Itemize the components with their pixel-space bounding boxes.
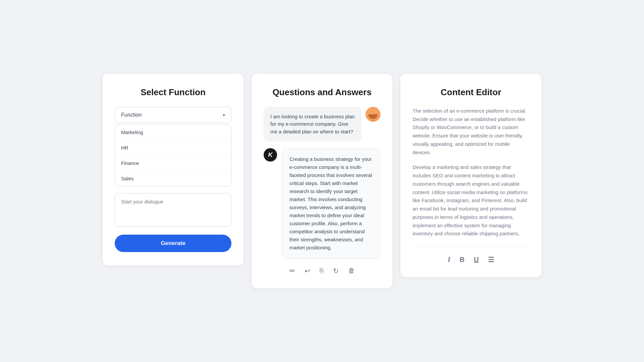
bot-message-bubble: Creating a business strategy for your e-… bbox=[282, 148, 380, 259]
avatar bbox=[366, 107, 380, 122]
user-message-row: I am looking to create a business plan f… bbox=[264, 107, 380, 142]
qa-title: Questions and Answers bbox=[264, 87, 380, 98]
user-message-bubble: I am looking to create a business plan f… bbox=[264, 107, 362, 142]
bold-icon[interactable]: B bbox=[460, 256, 464, 264]
main-container: Select Function Function ▾ Marketing HR … bbox=[0, 60, 644, 302]
function-select-wrapper: Function ▾ Marketing HR Finance Sales bbox=[115, 107, 231, 186]
select-function-title: Select Function bbox=[115, 87, 231, 98]
dropdown-item-hr[interactable]: HR bbox=[115, 140, 231, 156]
dropdown-item-finance[interactable]: Finance bbox=[115, 156, 231, 171]
select-function-card: Select Function Function ▾ Marketing HR … bbox=[103, 74, 244, 265]
dropdown-item-sales[interactable]: Sales bbox=[115, 171, 231, 186]
content-editor-card: Content Editor The selection of an e-com… bbox=[400, 74, 541, 277]
generate-button[interactable]: Generate bbox=[115, 235, 231, 252]
editor-toolbar: I B U ☰ bbox=[413, 247, 529, 264]
qa-card: Questions and Answers I am looking to cr… bbox=[252, 74, 392, 289]
user-avatar-face bbox=[366, 107, 380, 122]
dropdown-item-marketing[interactable]: Marketing bbox=[115, 125, 231, 140]
copy-icon[interactable]: ⎘ bbox=[320, 267, 324, 275]
delete-icon[interactable]: 🗑 bbox=[348, 267, 355, 275]
content-paragraph-1: The selection of an e-commerce platform … bbox=[413, 107, 529, 157]
italic-icon[interactable]: I bbox=[448, 256, 450, 264]
bot-avatar: K bbox=[264, 148, 277, 162]
content-paragraph-2: Develop a marketing and sales strategy t… bbox=[413, 163, 529, 238]
dialogue-textarea[interactable] bbox=[115, 193, 231, 227]
chevron-down-icon: ▾ bbox=[223, 112, 225, 118]
edit-icon[interactable]: ✏ bbox=[289, 267, 295, 275]
content-editor-title: Content Editor bbox=[413, 87, 529, 98]
bot-message-row: K Creating a business strategy for your … bbox=[264, 148, 380, 259]
list-icon[interactable]: ☰ bbox=[488, 256, 494, 264]
function-select-value: Function bbox=[121, 112, 142, 118]
function-dropdown: Marketing HR Finance Sales bbox=[115, 124, 231, 186]
function-select[interactable]: Function ▾ bbox=[115, 107, 231, 123]
action-bar: ✏ ↩ ⎘ ↻ 🗑 bbox=[264, 267, 380, 275]
refresh-icon[interactable]: ↻ bbox=[333, 267, 339, 275]
underline-icon[interactable]: U bbox=[474, 256, 479, 264]
undo-icon[interactable]: ↩ bbox=[305, 267, 310, 275]
